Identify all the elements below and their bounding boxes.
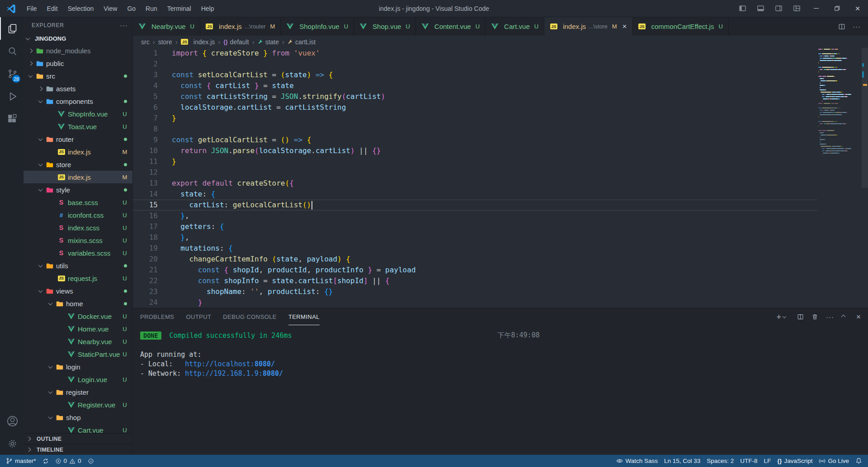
tree-item-Register.vue[interactable]: Register.vueU <box>24 398 132 411</box>
search-icon[interactable] <box>0 40 24 62</box>
kill-terminal-icon[interactable] <box>811 313 818 320</box>
tree-item-Nearby.vue[interactable]: Nearby.vueU <box>24 335 132 348</box>
minimize-button[interactable] <box>806 0 826 17</box>
tree-item-base.scss[interactable]: Sbase.scssU <box>24 196 132 209</box>
tab-commonCartEffect.js[interactable]: JScommonCartEffect.jsU <box>633 17 729 36</box>
close-button[interactable]: × <box>847 0 868 17</box>
tab-Content.vue[interactable]: Content.vueU <box>416 17 486 36</box>
breadcrumb-index.js[interactable]: JSindex.js <box>181 38 215 46</box>
tree-item-StaticPart.vue[interactable]: StaticPart.vueU <box>24 348 132 360</box>
indentation-item[interactable]: Spaces: 2 <box>703 455 737 467</box>
tree-item-Home.vue[interactable]: Home.vueU <box>24 322 132 335</box>
tree-item-request.js[interactable]: JSrequest.jsU <box>24 272 132 285</box>
tree-item-register[interactable]: register <box>24 386 132 398</box>
eol-item[interactable]: LF <box>761 455 774 467</box>
problems-item[interactable]: 0 0 <box>52 455 85 467</box>
tab-Shop.vue[interactable]: Shop.vueU <box>354 17 416 36</box>
timeline-section[interactable]: TIMELINE <box>24 444 132 455</box>
go-live-item[interactable]: Go Live <box>816 455 852 467</box>
cursor-position-item[interactable]: Ln 15, Col 33 <box>661 455 703 467</box>
git-branch-item[interactable]: master* <box>3 455 39 467</box>
tree-item-ShopInfo.vue[interactable]: ShopInfo.vueU <box>24 107 132 120</box>
check-status-item[interactable] <box>85 455 97 467</box>
tree-item-style[interactable]: style <box>24 183 132 196</box>
tree-item-Toast.vue[interactable]: Toast.vueU <box>24 120 132 133</box>
watch-sass-item[interactable]: Watch Sass <box>613 455 661 467</box>
toggle-sidebar-icon[interactable] <box>733 0 751 17</box>
tree-item-components[interactable]: components <box>24 95 132 107</box>
tree-item-utils[interactable]: utils <box>24 259 132 272</box>
scrollbar-thumb[interactable] <box>862 48 868 188</box>
tree-item-store[interactable]: store <box>24 158 132 171</box>
scrollbar[interactable] <box>862 48 868 308</box>
extensions-icon[interactable] <box>0 107 24 130</box>
breadcrumb-state[interactable]: state <box>258 38 279 46</box>
minimap[interactable] <box>818 49 862 157</box>
menu-go[interactable]: Go <box>122 0 141 17</box>
close-tab-icon[interactable]: × <box>623 23 627 30</box>
toggle-panel-icon[interactable] <box>751 0 769 17</box>
new-terminal-button[interactable]: + <box>777 313 790 321</box>
explorer-more-actions-icon[interactable]: ··· <box>120 21 128 29</box>
tree-item-assets[interactable]: assets <box>24 82 132 95</box>
breadcrumb-store[interactable]: store <box>158 38 172 46</box>
breadcrumb-src[interactable]: src <box>141 38 150 46</box>
tree-item-iconfont.css[interactable]: #iconfont.cssU <box>24 209 132 221</box>
menu-selection[interactable]: Selection <box>63 0 99 17</box>
close-panel-icon[interactable]: × <box>856 313 861 322</box>
menu-file[interactable]: File <box>22 0 42 17</box>
account-icon[interactable] <box>0 410 24 432</box>
panel-more-actions-icon[interactable]: ··· <box>826 313 834 321</box>
run-debug-icon[interactable] <box>0 85 24 107</box>
menu-terminal[interactable]: Terminal <box>162 0 196 17</box>
source-control-icon[interactable]: 28 <box>0 62 24 85</box>
panel-tab-problems[interactable]: PROBLEMS <box>140 308 174 325</box>
tree-item-Login.vue[interactable]: Login.vueU <box>24 373 132 386</box>
tree-item-public[interactable]: public <box>24 57 132 70</box>
tree-item-node_modules[interactable]: node_modules <box>24 44 132 57</box>
menu-help[interactable]: Help <box>196 0 219 17</box>
file-tree[interactable]: node_modulespublicsrcassetscomponentsSho… <box>24 44 132 433</box>
customize-layout-icon[interactable] <box>788 0 806 17</box>
terminal-output[interactable]: DONE Compiled successfully in 246ms下午8:4… <box>133 325 868 455</box>
tree-item-router[interactable]: router <box>24 133 132 145</box>
tree-item-variables.scss[interactable]: Svariables.scssU <box>24 247 132 259</box>
project-root-jingdong[interactable]: JINGDONG <box>24 33 132 44</box>
panel-tab-output[interactable]: OUTPUT <box>186 308 211 325</box>
tree-item-Docker.vue[interactable]: Docker.vueU <box>24 310 132 322</box>
language-mode-item[interactable]: {} JavaScript <box>774 455 816 467</box>
menu-edit[interactable]: Edit <box>42 0 63 17</box>
tree-item-home[interactable]: home <box>24 297 132 310</box>
maximize-panel-icon[interactable] <box>841 315 846 319</box>
settings-gear-icon[interactable] <box>0 432 24 455</box>
tab-index.js[interactable]: JSindex.js...\storeM× <box>544 17 632 36</box>
menu-view[interactable]: View <box>99 0 122 17</box>
restore-button[interactable] <box>826 0 847 17</box>
tab-ShopInfo.vue[interactable]: ShopInfo.vueU <box>281 17 354 36</box>
tree-item-shop[interactable]: shop <box>24 411 132 424</box>
menu-run[interactable]: Run <box>141 0 162 17</box>
tree-item-mixins.scss[interactable]: Smixins.scssU <box>24 234 132 247</box>
tree-item-index.scss[interactable]: Sindex.scssU <box>24 221 132 234</box>
editor-more-actions-icon[interactable]: ··· <box>853 23 861 30</box>
outline-section[interactable]: OUTLINE <box>24 433 132 444</box>
tree-item-views[interactable]: views <box>24 285 132 297</box>
explorer-icon[interactable] <box>0 17 24 40</box>
tree-item-src[interactable]: src <box>24 70 132 82</box>
split-terminal-icon[interactable] <box>797 313 804 320</box>
breadcrumb-default[interactable]: {}default <box>223 38 249 46</box>
panel-tab-debug-console[interactable]: DEBUG CONSOLE <box>223 308 277 325</box>
code-content[interactable]: import { createStore } from 'vuex'const … <box>165 48 868 308</box>
encoding-item[interactable]: UTF-8 <box>737 455 760 467</box>
tree-item-index.js[interactable]: JSindex.jsM <box>24 171 132 183</box>
tree-item-Cart.vue[interactable]: Cart.vueU <box>24 424 132 433</box>
tree-item-index.js[interactable]: JSindex.jsM <box>24 145 132 158</box>
tab-index.js[interactable]: JSindex.js...\routerM <box>200 17 281 36</box>
notifications-item[interactable] <box>852 455 865 467</box>
tab-Nearby.vue[interactable]: Nearby.vueU <box>133 17 200 36</box>
breadcrumb-cartList[interactable]: cartList <box>288 38 316 46</box>
tab-Cart.vue[interactable]: Cart.vueU <box>486 17 544 36</box>
code-editor[interactable]: 123456789101112131415161718192021222324 … <box>133 48 868 308</box>
split-editor-icon[interactable] <box>838 23 845 30</box>
git-sync-item[interactable] <box>39 455 52 467</box>
